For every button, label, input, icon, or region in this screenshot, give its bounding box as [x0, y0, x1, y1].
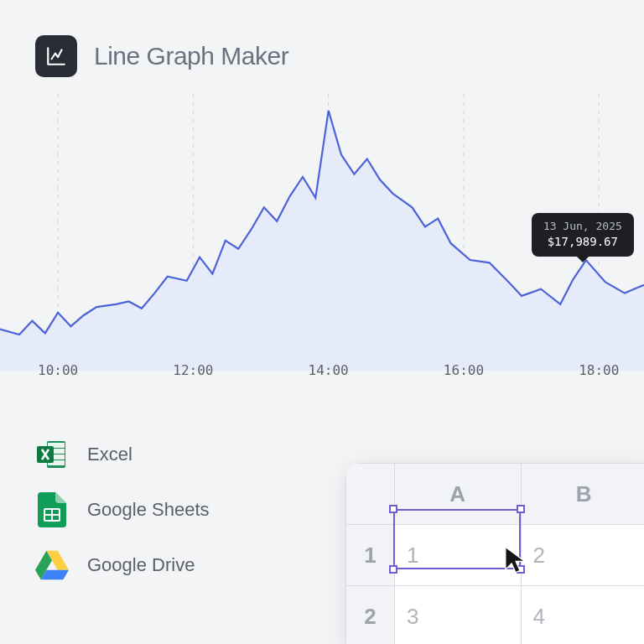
spreadsheet-preview[interactable]: A B 1 1 2 2 3 4 — [345, 463, 644, 644]
selection-handle[interactable] — [389, 505, 397, 513]
cell-a1[interactable]: 1 — [395, 525, 522, 586]
x-tick-label: 10:00 — [38, 362, 78, 378]
x-tick-label: 14:00 — [309, 362, 349, 378]
cell-b1[interactable]: 2 — [521, 525, 644, 586]
integration-label: Excel — [87, 444, 132, 465]
line-chart-icon — [35, 35, 77, 77]
col-header-a[interactable]: A — [395, 464, 522, 525]
x-tick-label: 18:00 — [579, 362, 619, 378]
integration-google-drive[interactable]: Google Drive — [35, 548, 210, 582]
tooltip-value: $17,989.67 — [543, 234, 622, 250]
x-axis-labels: 10:0012:0014:0016:0018:00 — [0, 362, 644, 382]
integration-excel[interactable]: Excel — [35, 438, 210, 471]
sheet-corner[interactable] — [346, 464, 395, 525]
page-title: Line Graph Maker — [94, 42, 288, 70]
integration-label: Google Drive — [87, 554, 195, 576]
excel-icon — [35, 438, 69, 471]
tooltip-date: 13 Jun, 2025 — [543, 219, 622, 234]
x-tick-label: 16:00 — [444, 362, 484, 378]
row-header-2[interactable]: 2 — [346, 586, 395, 645]
google-sheets-icon — [35, 493, 69, 527]
selection-handle[interactable] — [517, 505, 525, 513]
selection-handle[interactable] — [389, 565, 397, 574]
x-tick-label: 12:00 — [173, 362, 213, 378]
col-header-b[interactable]: B — [521, 464, 644, 525]
integration-label: Google Sheets — [87, 499, 210, 521]
integration-list: Excel Google Sheets Google Drive — [35, 438, 210, 582]
cell-a2[interactable]: 3 — [395, 586, 522, 645]
integration-google-sheets[interactable]: Google Sheets — [35, 493, 210, 527]
cell-b2[interactable]: 4 — [521, 586, 644, 645]
header: Line Graph Maker — [35, 35, 288, 77]
google-drive-icon — [35, 548, 69, 582]
chart-tooltip: 13 Jun, 2025 $17,989.67 — [532, 213, 634, 256]
cursor-icon — [503, 545, 528, 577]
row-header-1[interactable]: 1 — [346, 525, 395, 586]
